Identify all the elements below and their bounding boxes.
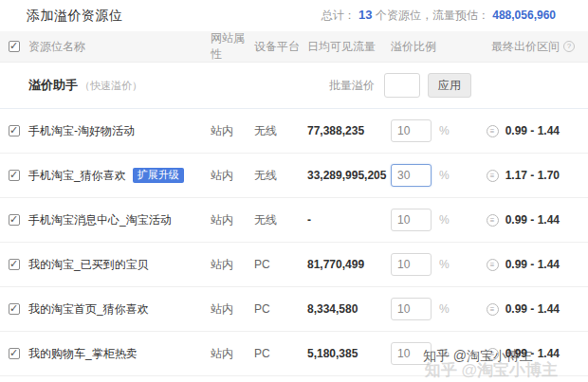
percent-sign: % bbox=[439, 347, 450, 360]
price-range-icon: ≡ bbox=[487, 303, 499, 316]
percent-sign: % bbox=[439, 169, 450, 182]
table-row: 我的淘宝首页_猜你喜欢 站内 PC 8,334,580 % ≡ 0.99 - 1… bbox=[0, 287, 588, 332]
premium-ratio-input[interactable] bbox=[391, 164, 432, 187]
row-checkbox[interactable] bbox=[9, 125, 20, 136]
topbar: 添加溢价资源位 总计： 13 个资源位，流量预估： 488,056,960 bbox=[0, 0, 588, 31]
percent-sign: % bbox=[439, 302, 450, 316]
slot-traffic: - bbox=[307, 213, 391, 227]
price-range-icon: ≡ bbox=[487, 170, 499, 182]
apply-button[interactable]: 应用 bbox=[428, 73, 471, 98]
premium-slot-panel: 添加溢价资源位 总计： 13 个资源位，流量预估： 488,056,960 资源… bbox=[0, 0, 588, 382]
slot-site: 站内 bbox=[211, 257, 254, 273]
assistant-subtitle: （快速溢价） bbox=[80, 79, 142, 93]
slot-traffic: 5,180,385 bbox=[307, 347, 391, 360]
row-checkbox[interactable] bbox=[9, 259, 20, 270]
slot-name: 我的淘宝_已买到的宝贝 bbox=[28, 257, 211, 273]
summary-traffic-estimate: 488,056,960 bbox=[492, 9, 556, 22]
header-traffic: 日均可见流量 bbox=[307, 39, 391, 55]
assistant-title: 溢价助手 bbox=[28, 77, 78, 94]
premium-ratio-input[interactable] bbox=[391, 253, 432, 276]
slot-traffic: 8,334,580 bbox=[307, 302, 391, 316]
price-range-icon: ≡ bbox=[487, 125, 499, 137]
row-checkbox[interactable] bbox=[9, 214, 20, 226]
header-price-range: 最终出价区间 bbox=[491, 39, 560, 55]
price-range-value: 1.17 - 1.70 bbox=[505, 169, 560, 182]
price-range-icon: ≡ bbox=[487, 214, 499, 227]
table-row: 手机淘宝_猜你喜欢 扩展升级 站内 无线 33,289,995,205 % ≡ … bbox=[0, 154, 588, 198]
slot-device: PC bbox=[254, 302, 307, 316]
slot-site: 站内 bbox=[211, 123, 254, 139]
slot-device: PC bbox=[254, 347, 307, 360]
summary-totals: 总计： 13 个资源位，流量预估： 488,056,960 bbox=[322, 8, 556, 24]
summary-total-label: 总计： bbox=[322, 9, 356, 22]
price-range-value: 0.99 - 1.44 bbox=[505, 302, 560, 316]
table-row: 我的购物车_掌柜热卖 站内 PC 5,180,385 % ≡ 0.99 - 1.… bbox=[0, 332, 588, 376]
slot-name: 手机淘宝_猜你喜欢 bbox=[28, 168, 126, 184]
table-header-row: 资源位名称 网站属性 设备平台 日均可见流量 溢价比例 最终出价区间 ? bbox=[0, 31, 588, 63]
slot-site: 站内 bbox=[211, 168, 254, 184]
table-row: 手机淘宝-淘好物活动 站内 无线 77,388,235 % ≡ 0.99 - 1… bbox=[0, 109, 588, 154]
premium-assistant-row: 溢价助手 （快速溢价） 批量溢价 应用 bbox=[0, 63, 588, 109]
slot-device: 无线 bbox=[254, 212, 307, 228]
slot-traffic: 81,770,499 bbox=[307, 258, 391, 271]
page-title: 添加溢价资源位 bbox=[27, 8, 123, 25]
slot-name: 手机淘宝消息中心_淘宝活动 bbox=[28, 212, 211, 228]
price-range-value: 0.99 - 1.44 bbox=[505, 347, 560, 360]
slot-device: 无线 bbox=[254, 168, 307, 184]
row-checkbox[interactable] bbox=[9, 303, 20, 315]
slot-name: 我的淘宝首页_猜你喜欢 bbox=[28, 301, 211, 318]
price-range-value: 0.99 - 1.44 bbox=[505, 213, 560, 227]
select-all-checkbox[interactable] bbox=[9, 41, 20, 52]
batch-premium-label: 批量溢价 bbox=[329, 78, 375, 94]
slot-device: 无线 bbox=[254, 123, 307, 139]
price-range-icon: ≡ bbox=[487, 348, 499, 360]
slot-device: PC bbox=[254, 258, 307, 271]
premium-ratio-input[interactable] bbox=[391, 209, 432, 231]
price-range-icon: ≡ bbox=[487, 259, 499, 271]
header-device: 设备平台 bbox=[254, 39, 307, 55]
slot-site: 站内 bbox=[211, 301, 254, 318]
percent-sign: % bbox=[439, 258, 450, 271]
table-row: 我的淘宝_已买到的宝贝 站内 PC 81,770,499 % ≡ 0.99 - … bbox=[0, 243, 588, 287]
premium-ratio-input[interactable] bbox=[391, 342, 432, 365]
slot-site: 站内 bbox=[211, 346, 254, 362]
price-range-value: 0.99 - 1.44 bbox=[505, 124, 560, 137]
summary-count: 13 bbox=[358, 8, 372, 22]
slot-traffic: 33,289,995,205 bbox=[307, 169, 391, 182]
table-row: 手机淘宝消息中心_淘宝活动 站内 无线 - % ≡ 0.99 - 1.44 bbox=[0, 198, 588, 243]
header-site: 网站属性 bbox=[211, 30, 254, 63]
upgrade-badge: 扩展升级 bbox=[133, 168, 184, 183]
premium-ratio-input[interactable] bbox=[391, 119, 432, 142]
header-name: 资源位名称 bbox=[28, 39, 211, 55]
batch-premium-input[interactable] bbox=[384, 73, 420, 98]
percent-sign: % bbox=[439, 213, 450, 227]
price-range-value: 0.99 - 1.44 bbox=[505, 258, 560, 271]
row-checkbox[interactable] bbox=[9, 170, 20, 181]
percent-sign: % bbox=[439, 124, 450, 137]
premium-ratio-input[interactable] bbox=[391, 298, 432, 320]
help-icon[interactable]: ? bbox=[563, 41, 575, 52]
header-premium: 溢价比例 bbox=[391, 39, 486, 55]
row-checkbox[interactable] bbox=[9, 348, 20, 359]
slot-name: 我的购物车_掌柜热卖 bbox=[28, 346, 211, 362]
slot-name: 手机淘宝-淘好物活动 bbox=[28, 123, 211, 139]
summary-mid-label: 个资源位，流量预估： bbox=[376, 9, 489, 22]
slot-traffic: 77,388,235 bbox=[307, 124, 391, 137]
slot-site: 站内 bbox=[211, 212, 254, 228]
